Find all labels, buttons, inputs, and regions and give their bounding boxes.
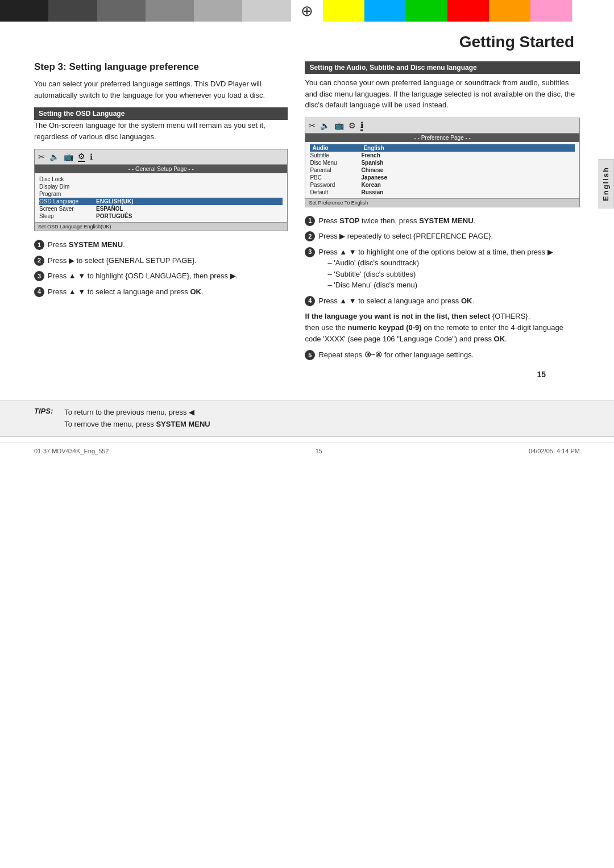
osd-label-osdlang: OSD Language (39, 198, 96, 205)
right-column: Setting the Audio, Subtitle and Disc men… (305, 61, 580, 365)
pref-row-default: Default Russian (310, 189, 575, 196)
main-content: Step 3: Setting language preference You … (34, 61, 580, 365)
step-text-3: Press ▲ ▼ to highlight {OSD LANGUAGE}, t… (48, 270, 288, 282)
osd-icon-screen: 📺 (64, 152, 73, 161)
audio-box-title: Setting the Audio, Subtitle and Disc men… (305, 61, 580, 74)
right-step-5: 5 Repeat steps ③~④ for other language se… (305, 349, 580, 361)
if-language-box: If the language you want is not in the l… (305, 311, 580, 345)
osd-row-sleep: Sleep PORTUGUÊS (39, 212, 283, 220)
pref-label-pbc: PBC (310, 174, 361, 181)
right-step-number-5: 5 (305, 350, 315, 360)
color-block-white (572, 0, 614, 22)
right-section-body: You can choose your own preferred langua… (305, 77, 580, 111)
osd-value-osdlang: ENGLISH(UK) (96, 198, 134, 205)
right-step-number-4: 4 (305, 296, 315, 306)
step-number-2: 2 (34, 256, 44, 266)
right-step-text-1: Press STOP twice then, press SYSTEM MENU… (318, 215, 580, 227)
if-lang-bold2: numeric keypad (0-9) (348, 323, 422, 332)
english-tab: English (598, 159, 614, 208)
footer-right: 04/02/05, 4:14 PM (529, 448, 580, 454)
color-block-4 (146, 0, 194, 22)
osd-icon-speaker: 🔈 (49, 152, 59, 161)
left-step-2: 2 Press ▶ to select {GENERAL SETUP PAGE}… (34, 255, 288, 266)
pref-label-discmenu: Disc Menu (310, 160, 361, 166)
pref-value-default: Russian (361, 189, 383, 195)
pref-value-parental: Chinese (361, 167, 383, 173)
osd-menu-bar: - - General Setup Page - - (35, 165, 287, 173)
color-block-2 (48, 0, 97, 22)
osd-icon-scissors: ✂ (38, 152, 45, 161)
osd-screen: ✂ 🔈 📺 ⚙ ℹ - - General Setup Page - - Dis… (34, 149, 288, 231)
registration-mark-top: ⊕ (291, 0, 323, 22)
tips-line-1: To return to the previous menu, press ◀ (64, 407, 210, 419)
color-block-yellow (323, 0, 364, 22)
if-lang-ok: OK (494, 335, 505, 343)
right-step-text-2: Press ▶ repeatedly to select {PREFERENCE… (318, 231, 580, 242)
right-step-number-2: 2 (305, 231, 315, 241)
right-steps-list: 1 Press STOP twice then, press SYSTEM ME… (305, 215, 580, 307)
tips-content: To return to the previous menu, press ◀ … (64, 407, 210, 431)
left-column: Step 3: Setting language preference You … (34, 61, 288, 365)
left-step-4: 4 Press ▲ ▼ to select a language and pre… (34, 286, 288, 298)
left-steps-list: 1 Press SYSTEM MENU. 2 Press ▶ to select… (34, 239, 288, 297)
tips-box: TIPS: To return to the previous menu, pr… (0, 400, 614, 437)
pref-row-discmenu: Disc Menu Spanish (310, 159, 575, 166)
osd-row-program: Program (39, 190, 283, 198)
pref-value-pbc: Japanese (361, 174, 387, 181)
pref-row-password: Password Korean (310, 181, 575, 189)
page-number-right: 15 (34, 365, 580, 383)
pref-value-subtitle: French (361, 152, 380, 158)
pref-label-parental: Parental (310, 167, 361, 173)
pref-menu-bar: - - Preference Page - - (305, 133, 579, 142)
osd-row-disclock: Disc Lock (39, 176, 283, 183)
tips-line-2: To remove the menu, press SYSTEM MENU (64, 419, 210, 431)
step-text-4: Press ▲ ▼ to select a language and press… (48, 286, 288, 298)
right-step-3-bullets: 'Audio' (disc's soundtrack) 'Subtitle' (… (327, 257, 580, 291)
osd-menu-content: Disc Lock Display Dim Program OSD Langua… (35, 173, 287, 222)
osd-screen-header: ✂ 🔈 📺 ⚙ ℹ (35, 149, 287, 165)
footer-left: 01-37 MDV434K_Eng_552 (34, 448, 109, 454)
pref-header-row: Audio English (310, 144, 575, 152)
page-footer: 01-37 MDV434K_Eng_552 15 04/02/05, 4:14 … (0, 443, 614, 459)
right-step-text-3: Press ▲ ▼ to highlight one of the option… (318, 247, 580, 291)
pref-screen: ✂ 🔈 📺 ⚙ ℹ - - Preference Page - - Audio … (305, 118, 580, 207)
right-step-text-4: Press ▲ ▼ to select a language and press… (318, 295, 580, 307)
step-number-1: 1 (34, 240, 44, 250)
top-color-bar: ⊕ (0, 0, 614, 22)
step-number-4: 4 (34, 287, 44, 297)
osd-label-displaydim: Display Dim (39, 183, 96, 190)
pref-row-pbc: PBC Japanese (310, 174, 575, 181)
rstep1-system: SYSTEM MENU (419, 216, 473, 225)
color-block-3 (97, 0, 146, 22)
rstep4-ok: OK (461, 297, 472, 305)
right-step-2: 2 Press ▶ repeatedly to select {PREFEREN… (305, 231, 580, 242)
color-block-5 (194, 0, 242, 22)
color-block-pink (530, 0, 572, 22)
bullet-discmenu: 'Disc Menu' (disc's menu) (327, 279, 580, 291)
right-step-number-1: 1 (305, 216, 315, 226)
pref-icon-screen: 📺 (334, 121, 344, 130)
tips-label: TIPS: (34, 407, 53, 431)
top-bar-right (323, 0, 614, 22)
pref-col2-header: English (361, 145, 384, 151)
osd-value-sleep: PORTUGUÊS (96, 213, 132, 219)
page-title: Getting Started (34, 33, 580, 51)
right-step-1: 1 Press STOP twice then, press SYSTEM ME… (305, 215, 580, 227)
right-step-4: 4 Press ▲ ▼ to select a language and pre… (305, 295, 580, 307)
color-block-blue (364, 0, 406, 22)
pref-row-parental: Parental Chinese (310, 166, 575, 174)
right-step5-list: 5 Repeat steps ③~④ for other language se… (305, 349, 580, 361)
left-step-1: 1 Press SYSTEM MENU. (34, 239, 288, 251)
right-step-3: 3 Press ▲ ▼ to highlight one of the opti… (305, 247, 580, 291)
osd-value-screensaver: ESPAÑOL (96, 206, 123, 212)
osd-icon-info: ℹ (90, 152, 93, 161)
top-bar-left (0, 0, 291, 22)
osd-box-title: Setting the OSD Language (34, 107, 288, 120)
color-block-red (447, 0, 489, 22)
pref-label-subtitle: Subtitle (310, 152, 361, 158)
osd-icon-settings: ⚙ (78, 152, 85, 162)
pref-menu-content: Audio English Subtitle French Disc Menu … (305, 142, 579, 198)
step4-bold: OK (190, 287, 201, 296)
footer-center: 15 (316, 448, 322, 454)
pref-footer: Set Preference To English (305, 198, 579, 207)
